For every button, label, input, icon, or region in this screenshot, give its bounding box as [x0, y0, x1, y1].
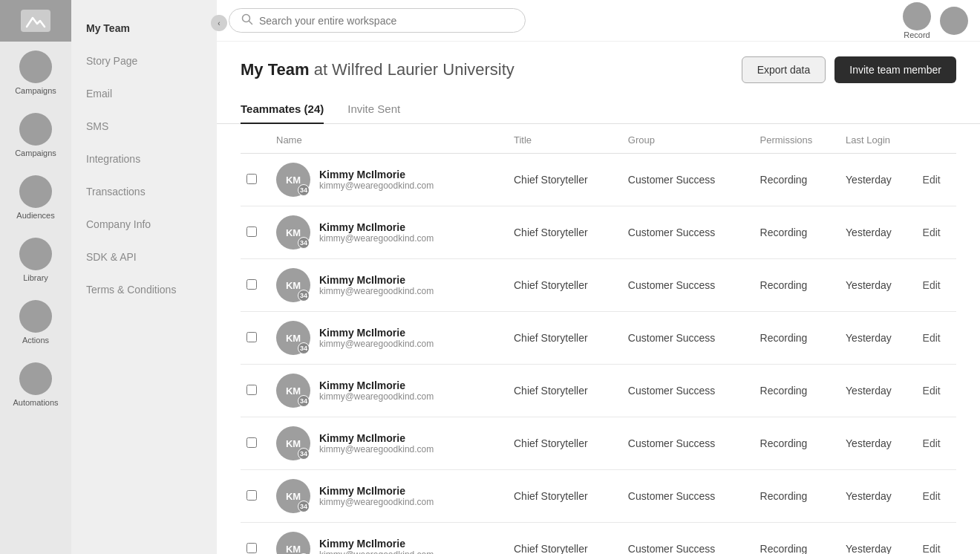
sidebar-item-label: Automations	[13, 398, 58, 407]
page-header: My Team at Wilfred Laurier University Ex…	[217, 42, 980, 83]
row-title: Chief Storyteller	[508, 154, 622, 206]
sidebar-item-label: Actions	[22, 336, 49, 345]
th-checkbox	[241, 124, 270, 154]
row-checkbox[interactable]	[246, 437, 257, 448]
row-name-cell: KM 34 Kimmy McIlmorie kimmy@wearegoodkin…	[270, 206, 508, 259]
record-button[interactable]: Record	[903, 2, 931, 39]
row-checkbox-cell	[241, 312, 270, 365]
sidebar-item-library[interactable]: Library	[0, 229, 71, 291]
sidebar-toggle-button[interactable]: ‹	[211, 15, 227, 31]
table-row: KM 34 Kimmy McIlmorie kimmy@wearegoodkin…	[241, 259, 956, 312]
row-checkbox[interactable]	[246, 543, 257, 553]
row-group: Customer Success	[622, 312, 754, 365]
sidebar-item-automations[interactable]: Automations	[0, 353, 71, 416]
library-icon	[19, 238, 52, 270]
th-title: Title	[508, 124, 622, 154]
svg-line-1	[249, 22, 252, 25]
row-last-login: Yesterday	[840, 417, 916, 470]
edit-button[interactable]: Edit	[923, 227, 941, 238]
row-name-cell: KM 34 Kimmy McIlmorie kimmy@wearegoodkin…	[270, 523, 508, 555]
row-checkbox[interactable]	[246, 174, 257, 184]
row-last-login: Yesterday	[840, 470, 916, 523]
row-name-cell: KM 34 Kimmy McIlmorie kimmy@wearegoodkin…	[270, 259, 508, 312]
user-avatar[interactable]	[940, 7, 968, 35]
avatar-badge: 34	[298, 448, 310, 460]
secondary-nav-item-companyinfo[interactable]: Company Info	[71, 208, 217, 241]
edit-button[interactable]: Edit	[923, 490, 941, 502]
sidebar-item-campaigns-2[interactable]: Campaigns	[0, 104, 71, 166]
row-checkbox[interactable]	[246, 385, 257, 395]
page-title: My Team at Wilfred Laurier University	[241, 60, 514, 79]
secondary-nav-item-integrations[interactable]: Integrations	[71, 143, 217, 175]
member-name: Kimmy McIlmorie	[319, 432, 434, 444]
header-actions: Export data Invite team member	[742, 56, 956, 83]
sidebar-item-actions[interactable]: Actions	[0, 291, 71, 353]
row-name-cell: KM 34 Kimmy McIlmorie kimmy@wearegoodkin…	[270, 365, 508, 417]
tab-teammates[interactable]: Teammates (24)	[241, 95, 324, 124]
export-data-button[interactable]: Export data	[742, 56, 826, 83]
teammates-table: Name Title Group Permissions Last Login …	[241, 124, 956, 554]
sidebar-item-campaigns-1[interactable]: Campaigns	[0, 42, 71, 104]
table-row: KM 34 Kimmy McIlmorie kimmy@wearegoodkin…	[241, 365, 956, 417]
row-group: Customer Success	[622, 259, 754, 312]
table-row: KM 34 Kimmy McIlmorie kimmy@wearegoodkin…	[241, 417, 956, 470]
row-title: Chief Storyteller	[508, 417, 622, 470]
campaigns-icon-1	[19, 50, 52, 83]
row-checkbox-cell	[241, 154, 270, 206]
secondary-nav-item-myteam[interactable]: My Team	[71, 12, 217, 45]
avatar: KM 34	[276, 268, 310, 302]
row-last-login: Yesterday	[840, 154, 916, 206]
row-checkbox[interactable]	[246, 279, 257, 290]
secondary-nav-item-terms[interactable]: Terms & Conditions	[71, 273, 217, 306]
tab-invite-sent[interactable]: Invite Sent	[347, 95, 400, 124]
app-logo[interactable]	[0, 0, 71, 42]
member-name: Kimmy McIlmorie	[319, 485, 434, 497]
search-box[interactable]	[229, 8, 526, 33]
sidebar-item-audiences[interactable]: Audiences	[0, 166, 71, 229]
row-checkbox[interactable]	[246, 490, 257, 501]
secondary-nav-item-sdkapi[interactable]: SDK & API	[71, 241, 217, 273]
row-group: Customer Success	[622, 523, 754, 555]
row-checkbox-cell	[241, 259, 270, 312]
th-last-login: Last Login	[840, 124, 916, 154]
th-name: Name	[270, 124, 508, 154]
name-info: Kimmy McIlmorie kimmy@wearegoodkind.com	[319, 432, 434, 454]
row-checkbox[interactable]	[246, 332, 257, 342]
avatar-badge: 34	[298, 501, 310, 512]
row-permissions: Recording	[754, 365, 840, 417]
secondary-nav-item-transactions[interactable]: Transactions	[71, 175, 217, 208]
avatar-badge: 34	[298, 290, 310, 302]
row-permissions: Recording	[754, 523, 840, 555]
secondary-sidebar: ‹ My Team Story Page Email SMS Integrati…	[71, 0, 217, 554]
secondary-nav-item-sms[interactable]: SMS	[71, 110, 217, 143]
row-last-login: Yesterday	[840, 259, 916, 312]
member-email: kimmy@wearegoodkind.com	[319, 233, 434, 244]
member-name: Kimmy McIlmorie	[319, 327, 434, 339]
sidebar-item-label: Library	[23, 273, 48, 282]
row-edit-cell: Edit	[917, 365, 956, 417]
name-info: Kimmy McIlmorie kimmy@wearegoodkind.com	[319, 274, 434, 296]
edit-button[interactable]: Edit	[923, 385, 941, 397]
topbar: Record	[217, 0, 980, 42]
edit-button[interactable]: Edit	[923, 543, 941, 554]
secondary-nav-item-storypage[interactable]: Story Page	[71, 45, 217, 77]
invite-team-member-button[interactable]: Invite team member	[834, 56, 956, 83]
edit-button[interactable]: Edit	[923, 437, 941, 449]
member-name: Kimmy McIlmorie	[319, 379, 434, 391]
edit-button[interactable]: Edit	[923, 174, 941, 186]
row-last-login: Yesterday	[840, 523, 916, 555]
row-last-login: Yesterday	[840, 365, 916, 417]
row-name-cell: KM 34 Kimmy McIlmorie kimmy@wearegoodkin…	[270, 470, 508, 523]
secondary-nav: My Team Story Page Email SMS Integration…	[71, 0, 217, 306]
row-checkbox[interactable]	[246, 227, 257, 237]
tabs: Teammates (24) Invite Sent	[217, 95, 980, 124]
search-input[interactable]	[259, 15, 513, 27]
search-icon	[241, 13, 253, 27]
avatar: KM 34	[276, 215, 310, 250]
member-name: Kimmy McIlmorie	[319, 221, 434, 233]
logo-icon	[21, 10, 50, 32]
edit-button[interactable]: Edit	[923, 279, 941, 291]
edit-button[interactable]: Edit	[923, 332, 941, 344]
row-group: Customer Success	[622, 365, 754, 417]
secondary-nav-item-email[interactable]: Email	[71, 77, 217, 110]
